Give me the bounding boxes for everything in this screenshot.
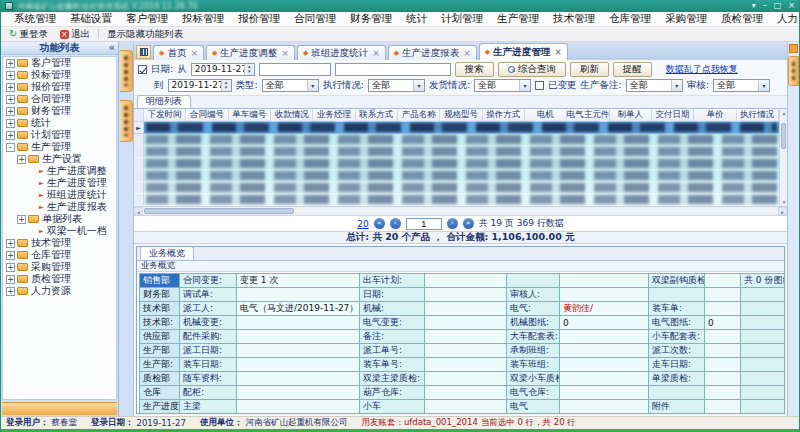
- tree-expander-icon[interactable]: -: [6, 143, 15, 152]
- menu-item[interactable]: 财务管理: [343, 12, 399, 26]
- filter-input-1[interactable]: [259, 63, 331, 76]
- remind-button[interactable]: 提醒: [613, 62, 652, 77]
- detail-dept-cell[interactable]: 生产部: [140, 344, 180, 358]
- tree-expander-icon[interactable]: +: [6, 263, 15, 272]
- tree-expander-icon[interactable]: +: [6, 239, 15, 248]
- detail-dept-cell[interactable]: 仓库: [140, 386, 180, 400]
- scroll-down-icon[interactable]: ▾: [780, 198, 788, 206]
- menu-item[interactable]: 技术管理: [546, 12, 602, 26]
- column-header[interactable]: 电气主元件: [567, 109, 609, 121]
- next-page-button[interactable]: ›: [447, 218, 458, 229]
- date-spinner-icon[interactable]: ▴▾: [221, 80, 231, 91]
- tab-close-icon[interactable]: ×: [372, 48, 380, 58]
- column-header[interactable]: 执行情况: [737, 109, 779, 121]
- document-tab[interactable]: ◆生产进度管理×: [479, 43, 568, 60]
- column-header[interactable]: 收款情况: [271, 109, 313, 121]
- filter-input-2[interactable]: [335, 63, 451, 76]
- column-header[interactable]: 联系方式: [356, 109, 398, 121]
- business-overview-tab[interactable]: 业务概览: [140, 246, 194, 260]
- menu-item[interactable]: 基础设置: [63, 12, 119, 26]
- audit-select[interactable]: 全部▾: [713, 79, 770, 92]
- vertical-tab-1[interactable]: [120, 50, 133, 92]
- date-spinner-icon[interactable]: ▴▾: [244, 64, 254, 75]
- menu-item[interactable]: 人力资源: [770, 12, 800, 26]
- document-tab[interactable]: ◆生产进度报表×: [388, 45, 477, 60]
- tree-expander-icon[interactable]: +: [17, 155, 26, 164]
- scroll-left-icon[interactable]: ◂: [134, 207, 143, 215]
- table-row[interactable]: [134, 146, 779, 158]
- menu-item[interactable]: 客户管理: [119, 12, 175, 26]
- column-header[interactable]: 规格型号: [440, 109, 482, 121]
- pin-icon[interactable]: ▾: [752, 1, 756, 11]
- ship-status-select[interactable]: 全部▾: [474, 79, 531, 92]
- column-header[interactable]: 产品名称: [398, 109, 440, 121]
- data-reset-link[interactable]: 数据乱了点我恢复: [666, 63, 738, 76]
- type-select[interactable]: 全部▾: [262, 79, 319, 92]
- tree-expander-icon[interactable]: +: [6, 131, 15, 140]
- exit-button[interactable]: × 退出: [56, 28, 94, 41]
- tree-expander-icon[interactable]: +: [6, 251, 15, 260]
- table-row[interactable]: [134, 194, 779, 206]
- tab-close-icon[interactable]: ×: [281, 48, 289, 58]
- tree-expander-icon[interactable]: +: [6, 275, 15, 284]
- search-button[interactable]: 搜索: [455, 62, 494, 77]
- detail-dept-cell[interactable]: 销售部: [140, 274, 180, 288]
- maximize-icon[interactable]: □: [774, 1, 782, 11]
- menu-item[interactable]: 仓库管理: [602, 12, 658, 26]
- table-row[interactable]: [134, 134, 779, 146]
- table-row[interactable]: ►: [134, 122, 779, 134]
- page-input[interactable]: [406, 218, 442, 230]
- advanced-query-button[interactable]: 综合查询: [498, 62, 566, 77]
- toggle-function-list-button[interactable]: 显示隐藏功能列表: [103, 28, 187, 41]
- vertical-scrollbar[interactable]: ▴ ▾: [779, 109, 787, 206]
- tree-expander-icon[interactable]: +: [6, 71, 15, 80]
- tree-expander-icon[interactable]: +: [17, 215, 26, 224]
- column-header[interactable]: 下发时间: [144, 109, 186, 121]
- detail-dept-cell[interactable]: 财务部: [140, 288, 180, 302]
- tab-list-button[interactable]: [136, 45, 151, 59]
- detail-list-tab[interactable]: 明细列表: [137, 95, 191, 108]
- tree-expander-icon[interactable]: +: [6, 107, 15, 116]
- column-header[interactable]: 单价: [694, 109, 736, 121]
- menu-item[interactable]: 统计: [399, 12, 434, 26]
- column-header[interactable]: 合同编号: [186, 109, 228, 121]
- column-header[interactable]: 制单人: [610, 109, 652, 121]
- menu-item[interactable]: 报价管理: [231, 12, 287, 26]
- document-tab[interactable]: ◆生产进度调整×: [206, 45, 295, 60]
- scrollbar-thumb[interactable]: [144, 208, 294, 214]
- tree-item[interactable]: +财务管理: [3, 105, 116, 117]
- document-tab[interactable]: ◆班组进度统计×: [297, 45, 386, 60]
- scroll-right-icon[interactable]: ▸: [778, 207, 787, 215]
- document-tab[interactable]: ◆首页×: [153, 45, 204, 60]
- exec-status-select[interactable]: 全部▾: [368, 79, 425, 92]
- last-page-button[interactable]: »: [463, 218, 474, 229]
- column-header[interactable]: 电机: [525, 109, 567, 121]
- scrollbar-thumb[interactable]: [781, 123, 786, 149]
- column-header[interactable]: 业务经理: [313, 109, 355, 121]
- tab-close-icon[interactable]: ×: [190, 48, 198, 58]
- refresh-button[interactable]: 刷新: [570, 62, 609, 77]
- date-from-field[interactable]: 2019-11-27 ▴▾: [191, 63, 255, 76]
- prev-page-button[interactable]: ‹: [390, 218, 401, 229]
- menu-item[interactable]: 生产管理: [490, 12, 546, 26]
- detail-dept-cell[interactable]: 生产部:: [140, 358, 180, 372]
- menu-item[interactable]: 计划管理: [434, 12, 490, 26]
- menu-item[interactable]: 质检管理: [714, 12, 770, 26]
- tree-expander-icon[interactable]: +: [6, 287, 15, 296]
- tree-expander-icon[interactable]: +: [6, 59, 15, 68]
- vertical-tab-2[interactable]: [120, 100, 133, 142]
- first-page-button[interactable]: «: [374, 218, 385, 229]
- menu-item[interactable]: 投标管理: [175, 12, 231, 26]
- relogin-button[interactable]: ↻ 重登录: [5, 28, 52, 41]
- column-header[interactable]: 操作方式: [483, 109, 525, 121]
- production-note-select[interactable]: 全部▾: [626, 79, 683, 92]
- tab-close-icon[interactable]: ×: [554, 47, 562, 57]
- date-checkbox[interactable]: [138, 65, 147, 74]
- detail-dept-cell[interactable]: 质检部: [140, 372, 180, 386]
- tree-item[interactable]: +人力资源: [3, 285, 116, 297]
- table-row[interactable]: [134, 158, 779, 170]
- table-row[interactable]: [134, 182, 779, 194]
- tree-expander-icon[interactable]: +: [6, 83, 15, 92]
- menu-item[interactable]: 系统管理: [7, 12, 63, 26]
- minimize-icon[interactable]: –: [763, 1, 767, 11]
